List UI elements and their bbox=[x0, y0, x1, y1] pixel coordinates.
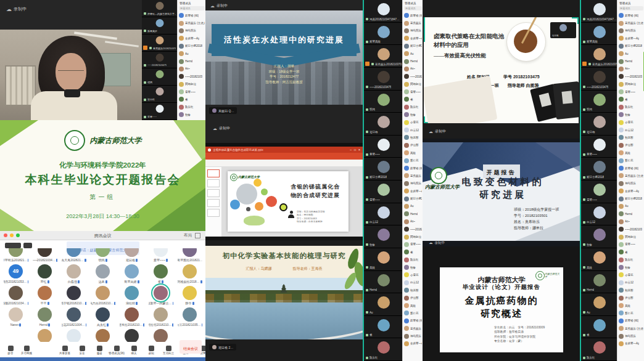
gallery-participant[interactable]: 琴红 bbox=[33, 264, 57, 283]
participant-video-tile[interactable]: ~~~20182103475 bbox=[142, 52, 177, 69]
maximize-button[interactable]: □ bbox=[354, 148, 356, 152]
participant-video-tile[interactable]: 鸿燕20182103471847… bbox=[364, 0, 403, 23]
gallery-participant[interactable]: Au bbox=[33, 329, 57, 342]
mute-all-button[interactable] bbox=[5, 243, 21, 248]
member-list-item[interactable]: 那仁花 bbox=[403, 156, 423, 164]
member-list-item[interactable]: 薛琴铃 (我) bbox=[617, 317, 644, 325]
gallery-participant[interactable]: 特日格勒201821… bbox=[120, 329, 144, 342]
toolbar-button[interactable]: 管理成员(36) bbox=[109, 346, 125, 355]
member-list-item[interactable]: 阿格如拉 bbox=[617, 233, 644, 240]
member-list-item[interactable]: 陈乐红 bbox=[403, 256, 423, 264]
member-list-item[interactable]: 蓝秀丽乐 (主持人) bbox=[403, 172, 423, 179]
member-list-item[interactable]: 伊拉图 bbox=[403, 294, 423, 301]
participant-video-tile[interactable]: 爱琴~~~ bbox=[142, 103, 177, 120]
member-list-item[interactable]: 蓝秀丽乐 (主持人) bbox=[403, 19, 423, 26]
gallery-participant[interactable]: 崔梅201821035… bbox=[149, 329, 173, 342]
participant-video-tile[interactable]: ~~~20182103475 bbox=[581, 68, 618, 91]
member-list-item[interactable]: Au bbox=[617, 203, 644, 210]
participant-video-tile[interactable]: 斯琴高娃 bbox=[581, 23, 618, 46]
member-list-item[interactable]: 白云12 bbox=[617, 126, 644, 134]
member-list-item[interactable]: 白云12 bbox=[617, 279, 644, 286]
member-list-item[interactable]: 那仁花 bbox=[403, 309, 423, 317]
member-list-item[interactable]: Hernd bbox=[617, 210, 644, 217]
member-list-item[interactable]: ~~~20182103 bbox=[617, 73, 644, 80]
participant-video-tile[interactable]: 迎日格 bbox=[364, 113, 403, 136]
member-list-item[interactable]: Au bbox=[178, 50, 206, 57]
member-list-item[interactable]: 朝鲁 bbox=[403, 264, 423, 271]
participant-video-tile[interactable]: 白云12 bbox=[364, 203, 403, 226]
member-list-item[interactable]: 斯日古楞2018 bbox=[178, 43, 206, 50]
member-list-item[interactable]: 小雪花 bbox=[403, 271, 423, 278]
gallery-participant[interactable]: 49鸿燕201821053… bbox=[4, 264, 28, 283]
member-list-item[interactable]: 陈乐红 bbox=[403, 103, 423, 111]
participant-video-tile[interactable]: 蓝秀丽乐2018210370… bbox=[142, 34, 177, 52]
member-list-item[interactable]: Hernd bbox=[403, 57, 423, 65]
member-list-item[interactable]: Au bbox=[403, 203, 423, 210]
participant-video-tile[interactable]: Au bbox=[364, 293, 403, 316]
gallery-participant[interactable]: 阿格如拉2018… bbox=[178, 264, 202, 283]
participant-video-tile[interactable]: 雀 bbox=[364, 316, 403, 339]
member-list-item[interactable]: 蓝秀丽乐 (主持人) bbox=[617, 172, 644, 179]
member-list-item[interactable]: 朝鲁 bbox=[617, 264, 644, 271]
toolbar-button[interactable]: 静音 bbox=[4, 346, 17, 355]
member-list-item[interactable]: 小雪花 bbox=[617, 271, 644, 278]
member-list-item[interactable]: 陈乐红 bbox=[617, 103, 644, 111]
gallery-participant[interactable]: 高永红 bbox=[91, 307, 115, 327]
slide-thumbnail[interactable] bbox=[207, 179, 220, 187]
member-list-item[interactable]: An~ bbox=[403, 218, 423, 225]
member-list-item[interactable]: 神鸟明乐 bbox=[617, 180, 644, 187]
toolbar-button[interactable]: 开启视频 bbox=[20, 346, 33, 355]
member-list-item[interactable]: 斯日古楞2018 bbox=[617, 195, 644, 202]
member-list-item[interactable]: An~ bbox=[617, 218, 644, 225]
member-list-item[interactable]: 薛琴铃 (我) bbox=[617, 164, 644, 172]
member-list-item[interactable]: 朝克图 bbox=[403, 286, 423, 294]
end-meeting-button[interactable]: 结束会议 bbox=[180, 340, 202, 354]
member-list-item[interactable]: 全师琴—Ay bbox=[617, 340, 644, 347]
member-list-item[interactable]: 全师琴—Ay bbox=[403, 34, 423, 42]
participant-video-tile[interactable]: Au bbox=[581, 293, 618, 316]
toolbar-button[interactable]: 共享屏幕 bbox=[57, 346, 73, 355]
gallery-participant[interactable]: 阿拉坦2018210… bbox=[149, 307, 173, 327]
member-list-item[interactable]: An~ bbox=[403, 65, 423, 73]
member-list-item[interactable]: 伊拉图 bbox=[617, 294, 644, 301]
layout-button[interactable]: 布局 bbox=[184, 233, 192, 238]
member-search-input[interactable]: 搜索成员 bbox=[179, 6, 205, 10]
gallery-participant[interactable]: 爱琴~~~ bbox=[149, 248, 173, 262]
member-list-item[interactable]: 高娃 bbox=[617, 302, 644, 309]
participant-video-tile[interactable]: 陈乐红 bbox=[364, 338, 403, 361]
member-list-item[interactable]: 朝克图 bbox=[403, 134, 423, 141]
participant-video-tile[interactable]: 朝鲁 bbox=[364, 225, 403, 248]
member-list-item[interactable]: An~ bbox=[617, 65, 644, 73]
gallery-participant[interactable]: 薛琴铃乐201821… bbox=[4, 248, 28, 262]
gallery-participant[interactable]: 雀 bbox=[149, 264, 173, 283]
participant-video-tile[interactable]: 迎日格 bbox=[142, 86, 177, 103]
participant-video-tile[interactable]: Hernd bbox=[581, 271, 618, 294]
participant-video-tile[interactable]: 雪琴~~~ bbox=[364, 180, 403, 203]
member-list-item[interactable]: 蓝秀丽乐 (主持人) bbox=[403, 325, 423, 332]
member-list-item[interactable]: 阿格如拉 bbox=[617, 81, 644, 88]
participant-video-tile[interactable]: 斯琴高娃 bbox=[364, 23, 403, 46]
toolbar-button[interactable]: 邀请 bbox=[91, 346, 107, 355]
member-list-item[interactable]: 雀 bbox=[617, 248, 644, 256]
member-list-item[interactable]: 雪琴~~~ bbox=[178, 88, 206, 95]
member-list-item[interactable]: 神鸟明乐 bbox=[178, 27, 206, 34]
member-list-item[interactable]: 神鸟明乐 bbox=[617, 27, 644, 34]
member-list-item[interactable]: 斯日古楞2018 bbox=[617, 43, 644, 50]
member-list-item[interactable]: 陈乐红 bbox=[617, 256, 644, 264]
member-list-item[interactable]: Hernd bbox=[617, 57, 644, 65]
slide-thumbnail[interactable] bbox=[207, 199, 220, 207]
member-list-item[interactable]: 神鸟明乐 bbox=[403, 27, 423, 34]
participant-video-tile[interactable]: 雪琴~~~ bbox=[581, 180, 618, 203]
participant-video-tile[interactable]: 蓝秀丽乐2018210370… bbox=[364, 45, 403, 68]
member-list-item[interactable]: 神鸟明乐 bbox=[617, 332, 644, 339]
gallery-participant[interactable]: Hernd bbox=[33, 307, 57, 327]
member-list-item[interactable]: 雪琴~~~ bbox=[403, 88, 423, 95]
member-list-item[interactable]: 蓝秀丽乐 (主持人) bbox=[178, 19, 206, 26]
member-list-item[interactable]: 雪琴~~~ bbox=[617, 88, 644, 95]
gallery-participant[interactable]: 利招拉2018210… bbox=[62, 329, 86, 342]
member-list-item[interactable]: 全师琴—Ay bbox=[178, 34, 206, 42]
member-list-item[interactable]: 那仁花 bbox=[617, 309, 644, 317]
member-list-item[interactable]: 蓝秀丽乐 (主持人) bbox=[617, 19, 644, 26]
participant-video-tile[interactable]: 迎日格 bbox=[581, 113, 618, 136]
participant-video-tile[interactable]: 陈乐红 bbox=[581, 338, 618, 361]
